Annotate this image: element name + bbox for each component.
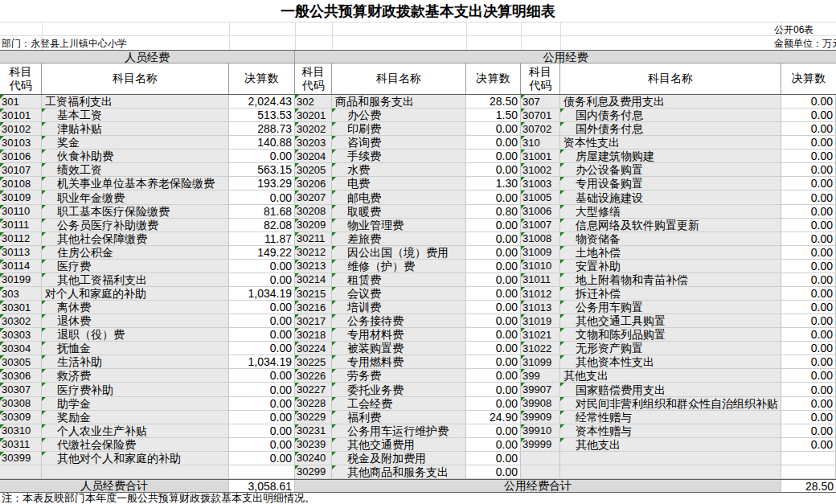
public-b-code-cell[interactable]: 31019 (521, 314, 560, 328)
public-b-name-cell[interactable]: 资本性支出 (560, 136, 781, 150)
personnel-value-cell[interactable]: 0.00 (229, 301, 295, 314)
unit-cell[interactable]: 金额单位：万元 (774, 37, 836, 51)
public-a-code-cell[interactable]: 30211 (295, 232, 332, 246)
public-b-code-cell[interactable]: 310 (521, 136, 560, 150)
personnel-value-cell[interactable]: 0.00 (229, 191, 295, 204)
public-a-code-cell[interactable]: 30205 (295, 163, 332, 177)
public-b-code-cell[interactable]: 31021 (521, 328, 560, 342)
public-b-name-cell[interactable]: 基础设施建设 (560, 191, 781, 204)
public-a-name-cell[interactable]: 公务用车运行维护费 (332, 424, 466, 438)
public-b-code-cell[interactable]: 39907 (521, 383, 560, 396)
personnel-value-cell[interactable]: 0.00 (229, 452, 295, 465)
personnel-name-cell[interactable]: 机关事业单位基本养老保险缴费 (42, 177, 229, 191)
personnel-code-cell[interactable]: 30108 (0, 177, 42, 191)
public-b-code-cell[interactable]: 31001 (521, 150, 560, 163)
public-b-code-cell[interactable]: 39910 (521, 424, 560, 438)
public-a-value-cell[interactable]: 0.00 (466, 369, 521, 383)
public-b-value-cell[interactable] (781, 465, 836, 479)
personnel-name-cell[interactable]: 个人农业生产补贴 (42, 424, 229, 438)
public-b-code-cell[interactable] (521, 452, 560, 465)
public-a-name-cell[interactable]: 会议费 (332, 287, 466, 301)
personnel-value-cell[interactable]: 149.22 (229, 246, 295, 260)
personnel-name-cell[interactable]: 住房公积金 (42, 246, 229, 260)
public-a-code-cell[interactable]: 30206 (295, 177, 332, 191)
public-b-name-header[interactable]: 科目名称 (560, 64, 781, 94)
public-b-code-cell[interactable]: 39909 (521, 411, 560, 424)
personnel-name-cell[interactable]: 奖励金 (42, 411, 229, 424)
public-a-code-cell[interactable]: 30228 (295, 397, 332, 411)
public-b-value-cell[interactable]: 0.00 (781, 191, 836, 204)
personnel-name-cell[interactable]: 对个人和家庭的补助 (42, 287, 229, 301)
public-a-value-cell[interactable]: 0.00 (466, 342, 521, 355)
public-b-name-cell[interactable]: 国家赔偿费用支出 (560, 383, 781, 396)
public-a-value-cell[interactable]: 0.00 (466, 424, 521, 438)
personnel-code-cell[interactable]: 30311 (0, 438, 42, 452)
public-a-value-cell[interactable]: 0.00 (466, 273, 521, 287)
personnel-value-cell[interactable]: 0.00 (229, 383, 295, 396)
public-a-code-cell[interactable]: 30231 (295, 424, 332, 438)
public-b-value-cell[interactable]: 0.00 (781, 397, 836, 411)
public-b-code-cell[interactable]: 399 (521, 369, 560, 383)
personnel-name-cell[interactable]: 退职（役）费 (42, 328, 229, 342)
public-a-name-cell[interactable]: 印刷费 (332, 122, 466, 136)
personnel-total-value[interactable]: 3,058.61 (229, 480, 295, 492)
personnel-code-cell[interactable]: 30112 (0, 232, 42, 246)
public-b-value-cell[interactable]: 0.00 (781, 342, 836, 355)
personnel-value-cell[interactable] (229, 465, 295, 479)
public-b-code-cell[interactable]: 31007 (521, 219, 560, 232)
personnel-code-cell[interactable]: 30306 (0, 369, 42, 383)
public-total-label[interactable]: 公用经费合计 (295, 480, 781, 492)
personnel-value-cell[interactable]: 0.00 (229, 397, 295, 411)
personnel-total-label[interactable]: 人员经费合计 (0, 480, 229, 492)
public-b-name-cell[interactable]: 大型修缮 (560, 205, 781, 219)
public-a-code-cell[interactable]: 30226 (295, 369, 332, 383)
public-a-value-cell[interactable]: 0.00 (466, 122, 521, 136)
personnel-code-cell[interactable]: 30111 (0, 219, 42, 232)
public-a-name-cell[interactable]: 专用燃料费 (332, 355, 466, 369)
public-a-value-cell[interactable]: 0.00 (466, 328, 521, 342)
public-b-code-cell[interactable]: 31009 (521, 246, 560, 260)
public-a-code-cell[interactable]: 30239 (295, 438, 332, 452)
personnel-code-cell[interactable]: 30102 (0, 122, 42, 136)
public-a-name-cell[interactable]: 租赁费 (332, 273, 466, 287)
public-a-value-cell[interactable]: 0.00 (466, 465, 521, 479)
personnel-code-cell[interactable]: 30106 (0, 150, 42, 163)
public-a-value-cell[interactable]: 0.00 (466, 438, 521, 452)
personnel-code-cell[interactable]: 30107 (0, 163, 42, 177)
public-b-value-header[interactable]: 决算数 (781, 64, 836, 94)
public-b-code-cell[interactable]: 31011 (521, 273, 560, 287)
personnel-code-cell[interactable]: 30114 (0, 260, 42, 273)
personnel-value-cell[interactable]: 1,034.19 (229, 287, 295, 301)
public-a-name-cell[interactable]: 差旅费 (332, 232, 466, 246)
public-b-name-cell[interactable]: 国外债务付息 (560, 122, 781, 136)
personnel-code-cell[interactable]: 30103 (0, 136, 42, 150)
public-a-code-cell[interactable]: 30208 (295, 205, 332, 219)
public-a-name-cell[interactable]: 电费 (332, 177, 466, 191)
public-b-code-cell[interactable]: 31010 (521, 260, 560, 273)
personnel-value-cell[interactable]: 513.53 (229, 109, 295, 122)
public-b-code-cell[interactable]: 30702 (521, 122, 560, 136)
public-a-value-cell[interactable]: 0.00 (466, 452, 521, 465)
public-b-code-cell[interactable]: 39999 (521, 438, 560, 452)
public-b-name-cell[interactable]: 无形资产购置 (560, 342, 781, 355)
public-b-code-cell[interactable]: 31003 (521, 177, 560, 191)
public-a-code-cell[interactable]: 30299 (295, 465, 332, 479)
public-b-value-cell[interactable]: 0.00 (781, 205, 836, 219)
public-b-code-cell[interactable]: 31022 (521, 342, 560, 355)
public-b-code-cell[interactable]: 31013 (521, 301, 560, 314)
public-a-code-cell[interactable]: 30201 (295, 109, 332, 122)
public-b-name-cell[interactable]: 房屋建筑物购建 (560, 150, 781, 163)
public-b-value-cell[interactable]: 0.00 (781, 136, 836, 150)
personnel-value-cell[interactable]: 140.88 (229, 136, 295, 150)
public-b-name-cell[interactable]: 文物和陈列品购置 (560, 328, 781, 342)
personnel-value-cell[interactable]: 0.00 (229, 342, 295, 355)
public-b-code-cell[interactable]: 31006 (521, 205, 560, 219)
personnel-code-cell[interactable]: 30399 (0, 452, 42, 465)
public-a-name-cell[interactable]: 劳务费 (332, 369, 466, 383)
public-a-value-cell[interactable]: 0.00 (466, 163, 521, 177)
public-b-value-cell[interactable]: 0.00 (781, 150, 836, 163)
public-a-value-cell[interactable]: 0.00 (466, 301, 521, 314)
public-b-name-cell[interactable]: 其他资本性支出 (560, 355, 781, 369)
public-a-value-cell[interactable]: 0.00 (466, 314, 521, 328)
public-a-name-cell[interactable]: 物业管理费 (332, 219, 466, 232)
